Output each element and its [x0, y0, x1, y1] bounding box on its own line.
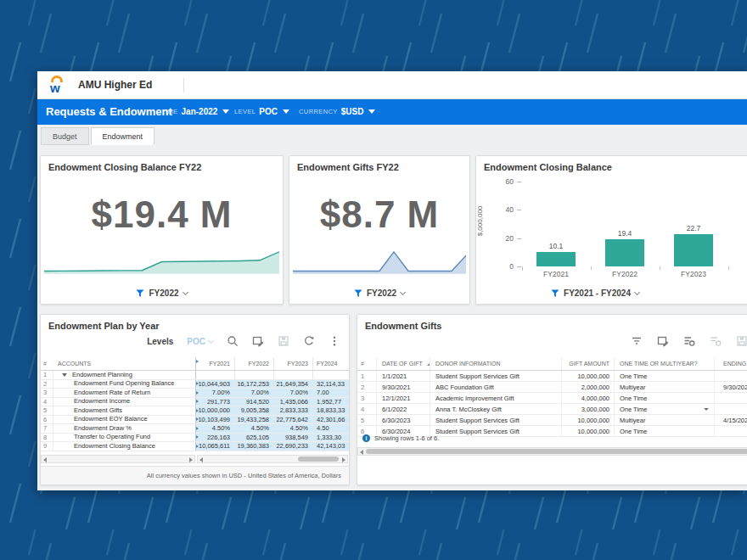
gift-amount-cell[interactable]: 10,000,000: [561, 415, 614, 425]
gift-type-cell[interactable]: Multiyear: [614, 382, 714, 392]
value-cell[interactable]: 10,000,000: [195, 406, 234, 415]
manage-columns-icon[interactable]: [683, 335, 695, 347]
search-icon[interactable]: [227, 335, 239, 347]
col-fy2024[interactable]: FY2024: [312, 357, 350, 370]
value-cell[interactable]: 7.00%: [195, 389, 234, 397]
gift-amount-cell[interactable]: 4,000,000: [561, 393, 614, 403]
date-of-gift-cell[interactable]: 1/1/2021: [376, 371, 430, 381]
refresh-icon[interactable]: [303, 335, 315, 347]
save-icon[interactable]: [736, 335, 747, 347]
value-cell[interactable]: [273, 371, 312, 379]
value-cell[interactable]: 1,333,30: [312, 434, 350, 442]
value-cell[interactable]: [234, 371, 273, 379]
value-cell[interactable]: 7.00: [312, 389, 350, 397]
col-one-time-or-multiyear[interactable]: ONE TIME OR MULTIYEAR?: [614, 357, 714, 370]
edit-grid-icon[interactable]: [252, 335, 264, 347]
value-cell[interactable]: 4.50: [312, 424, 350, 433]
value-cell[interactable]: 16,172,253: [234, 380, 273, 389]
value-cell[interactable]: 291,773: [195, 398, 234, 406]
fy2022-filter-chip[interactable]: FY2022: [289, 288, 469, 298]
col-fy2023[interactable]: FY2023: [273, 357, 312, 370]
kebab-menu-icon[interactable]: [329, 335, 340, 347]
donor-cell[interactable]: Student Support Services Gift: [430, 426, 561, 436]
save-icon[interactable]: [278, 335, 289, 347]
gift-type-cell[interactable]: Multiyear: [614, 415, 714, 425]
gift-amount-cell[interactable]: 10,000,000: [561, 426, 614, 436]
value-cell[interactable]: 4.50%: [234, 424, 273, 433]
scrollbar-thumb[interactable]: [366, 449, 747, 454]
manage-filters-icon[interactable]: [710, 335, 722, 347]
value-cell[interactable]: 10,065,611: [195, 442, 234, 451]
gift-amount-cell[interactable]: 10,000,000: [561, 371, 614, 381]
scroll-right-icon[interactable]: [342, 457, 345, 462]
gift-type-cell[interactable]: One Time: [614, 371, 714, 381]
value-cell[interactable]: 10,103,499: [195, 416, 234, 424]
gift-amount-cell[interactable]: 2,000,000: [561, 382, 614, 392]
date-of-gift-cell[interactable]: 6/30/2023: [376, 415, 430, 425]
value-cell[interactable]: 625,105: [234, 434, 273, 442]
scroll-left-icon[interactable]: [360, 450, 363, 455]
value-cell[interactable]: 18,833,33: [312, 406, 350, 415]
donor-cell[interactable]: ABC Foundation Gift: [430, 382, 561, 392]
scroll-right-icon[interactable]: [189, 457, 193, 462]
value-cell[interactable]: [195, 371, 234, 379]
scrollbar-thumb[interactable]: [298, 456, 339, 462]
value-cell[interactable]: 10,044,903: [195, 380, 234, 389]
col-donor-information[interactable]: DONOR INFORMATION: [430, 357, 561, 370]
value-cell[interactable]: 4.50%: [195, 424, 234, 433]
donor-cell[interactable]: Student Support Services Gift: [430, 371, 561, 381]
ending-date-cell[interactable]: [714, 393, 747, 403]
value-cell[interactable]: 7.00%: [273, 389, 312, 397]
value-cell[interactable]: 938,549: [273, 434, 312, 442]
value-cell[interactable]: 19,360,383: [234, 442, 273, 451]
gift-amount-cell[interactable]: 3,000,000: [561, 404, 614, 414]
scroll-left-icon[interactable]: [43, 457, 47, 462]
ending-date-cell[interactable]: 9/30/2023: [714, 382, 747, 392]
value-cell[interactable]: 4.50%: [273, 424, 312, 433]
value-cell[interactable]: 32,114,33: [312, 380, 350, 389]
time-prompt[interactable]: TIME Jan-2022: [161, 107, 229, 116]
ending-date-cell[interactable]: [714, 426, 747, 436]
col-date-of-gift[interactable]: DATE OF GIFT: [376, 357, 430, 370]
value-cell[interactable]: 19,433,258: [234, 416, 273, 424]
donor-cell[interactable]: Academic Improvement Gift: [430, 393, 561, 403]
value-cell[interactable]: 22,690,233: [273, 442, 312, 451]
level-prompt[interactable]: LEVEL POC: [234, 107, 289, 116]
value-cell[interactable]: [312, 371, 350, 379]
date-of-gift-cell[interactable]: 9/30/2021: [376, 382, 430, 392]
donor-cell[interactable]: Anna T. McCloskey Gift: [430, 404, 561, 414]
value-cell[interactable]: 21,649,354: [273, 380, 312, 389]
gift-type-cell[interactable]: One Time: [614, 393, 714, 403]
bar-fy2022[interactable]: [605, 239, 644, 266]
filter-icon[interactable]: [631, 335, 643, 347]
fy2022-filter-chip[interactable]: FY2022: [41, 288, 283, 298]
value-cell[interactable]: 1,952,77: [312, 398, 350, 406]
date-of-gift-cell[interactable]: 6/1/2022: [376, 404, 430, 414]
bar-fy2023[interactable]: [674, 234, 713, 266]
value-cell[interactable]: 914,520: [234, 398, 273, 406]
workday-logo-icon[interactable]: w: [48, 75, 70, 97]
value-cell[interactable]: 226,163: [195, 434, 234, 442]
fy-range-filter-chip[interactable]: FY2021 - FY2024: [476, 288, 714, 298]
value-cell[interactable]: 7.00%: [234, 389, 273, 397]
gift-type-cell[interactable]: One Time: [614, 404, 714, 414]
scroll-left-icon[interactable]: [199, 457, 203, 462]
ending-date-cell[interactable]: 4/15/2024: [714, 415, 747, 425]
gifts-scrollbar[interactable]: [357, 447, 747, 456]
gift-type-cell[interactable]: One Time: [614, 426, 714, 436]
bar-fy2021[interactable]: [536, 252, 576, 266]
values-pane-scrollbar[interactable]: [197, 455, 348, 463]
accounts-pane-scrollbar[interactable]: [41, 455, 195, 463]
donor-cell[interactable]: Student Support Services Gift: [430, 415, 561, 425]
value-cell[interactable]: 42,301,66: [312, 416, 350, 424]
col-accounts[interactable]: ACCOUNTS: [53, 357, 195, 370]
dropdown-caret-icon[interactable]: [704, 408, 709, 411]
edit-grid-icon[interactable]: [657, 335, 669, 347]
col-ending-date[interactable]: ENDING DATE: [714, 357, 747, 370]
value-cell[interactable]: 22,775,642: [273, 416, 312, 424]
col-fy2022[interactable]: FY2022: [234, 357, 273, 370]
value-cell[interactable]: 42,143,03: [312, 442, 350, 451]
value-cell[interactable]: 9,005,358: [234, 406, 273, 415]
value-cell[interactable]: 1,435,066: [273, 398, 312, 406]
tab-budget[interactable]: Budget: [41, 127, 89, 145]
